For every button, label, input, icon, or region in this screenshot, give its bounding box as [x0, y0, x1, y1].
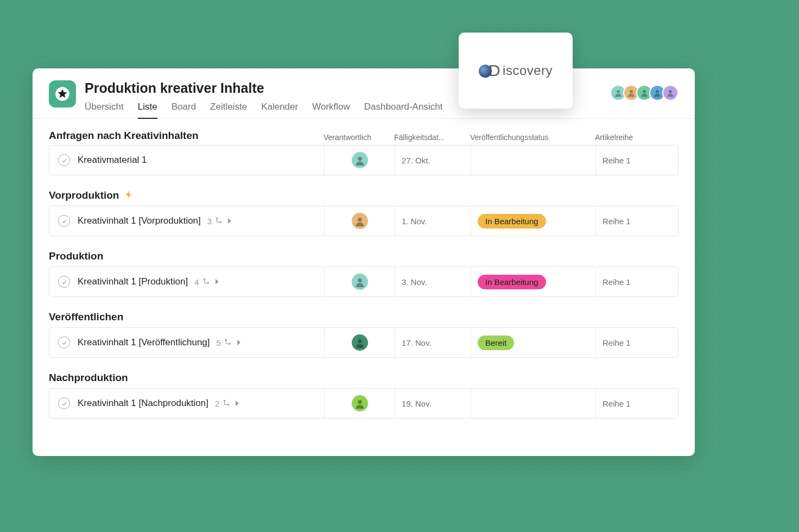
section-title[interactable]: Anfragen nach Kreativinhalten: [49, 130, 199, 142]
task-name[interactable]: Kreativinhalt 1 [Produktion]: [78, 276, 188, 287]
person-icon: [354, 276, 365, 287]
task-cell: Kreativinhalt 1 [Produktion]4: [49, 267, 324, 296]
svg-point-16: [228, 404, 229, 405]
due-cell[interactable]: 1. Nov.: [395, 206, 471, 236]
columns-header: Anfragen nach KreativinhaltenVerantwortl…: [49, 130, 678, 142]
person-icon: [354, 216, 365, 226]
automation-bolt-icon[interactable]: [124, 190, 134, 201]
svg-point-5: [669, 90, 672, 93]
section-block: Anfragen nach KreativinhaltenVerantwortl…: [49, 130, 678, 175]
assignee-avatar[interactable]: [352, 213, 368, 229]
task-cell: Kreativinhalt 1 [Nachproduktion]2: [49, 389, 324, 418]
section-block: NachproduktionKreativinhalt 1 [Nachprodu…: [49, 372, 678, 419]
status-cell[interactable]: Bereit: [471, 328, 595, 357]
checkmark-icon: [61, 218, 67, 224]
assignee-avatar[interactable]: [352, 274, 368, 290]
globe-icon: [479, 65, 492, 78]
assignee-avatar[interactable]: [352, 152, 368, 168]
discovery-logo: Discovery: [479, 61, 553, 80]
assignee-cell[interactable]: [324, 267, 395, 296]
section-header: Produktion: [49, 250, 678, 262]
svg-point-15: [358, 339, 362, 344]
task-row[interactable]: Kreativmaterial 127. Okt.Reihe 1: [49, 145, 678, 175]
project-icon[interactable]: [49, 80, 76, 107]
status-cell[interactable]: [471, 389, 595, 418]
person-icon: [665, 88, 675, 98]
col-status: Veröffentlichungsstatus: [470, 133, 595, 142]
tab-workflow[interactable]: Workflow: [312, 102, 350, 119]
avatar[interactable]: [662, 85, 678, 101]
tab-zeitleiste[interactable]: Zeitleiste: [210, 102, 247, 119]
subtask-meta[interactable]: 4: [194, 277, 218, 287]
section-title[interactable]: Nachproduktion: [49, 372, 128, 384]
expand-icon[interactable]: [237, 340, 240, 345]
task-row[interactable]: Kreativinhalt 1 [Produktion]43. Nov.In B…: [49, 267, 678, 297]
section-title[interactable]: Produktion: [49, 250, 103, 262]
due-cell[interactable]: 27. Okt.: [395, 145, 471, 175]
tab-übersicht[interactable]: Übersicht: [85, 102, 124, 119]
col-series: Artikelreihe: [595, 133, 676, 142]
expand-icon[interactable]: [215, 279, 219, 284]
header: Produktion kreativer Inhalte ÜbersichtLi…: [33, 68, 695, 119]
status-cell[interactable]: In Bearbeitung: [471, 267, 595, 296]
complete-check-icon[interactable]: [58, 337, 70, 349]
assignee-cell[interactable]: [324, 328, 395, 357]
series-cell[interactable]: Reihe 1: [595, 389, 677, 418]
series-cell[interactable]: Reihe 1: [595, 328, 677, 357]
section-block: VeröffentlichenKreativinhalt 1 [Veröffen…: [49, 311, 678, 358]
task-row[interactable]: Kreativinhalt 1 [Nachproduktion]219. Nov…: [49, 388, 678, 419]
subtask-meta[interactable]: 3: [207, 217, 231, 226]
due-cell[interactable]: 19. Nov.: [395, 389, 471, 418]
tab-kalender[interactable]: Kalender: [261, 102, 298, 119]
status-pill[interactable]: Bereit: [478, 335, 514, 350]
due-cell[interactable]: 3. Nov.: [395, 267, 471, 296]
svg-point-1: [617, 90, 620, 93]
tab-dashboard-ansicht[interactable]: Dashboard-Ansicht: [364, 102, 443, 119]
series-cell[interactable]: Reihe 1: [595, 267, 677, 296]
task-name[interactable]: Kreativinhalt 1 [Veröffentlichung]: [78, 337, 210, 348]
due-cell[interactable]: 17. Nov.: [395, 328, 471, 357]
svg-point-12: [358, 278, 362, 283]
task-row[interactable]: Kreativinhalt 1 [Veröffentlichung]517. N…: [49, 327, 678, 358]
complete-check-icon[interactable]: [58, 276, 70, 288]
star-icon: [55, 86, 70, 102]
person-icon: [354, 155, 365, 166]
complete-check-icon[interactable]: [58, 154, 70, 166]
section-title[interactable]: Veröffentlichen: [49, 311, 123, 323]
status-cell[interactable]: [471, 145, 595, 175]
subtask-count: 2: [215, 399, 219, 408]
tabs: ÜbersichtListeBoardZeitleisteKalenderWor…: [85, 102, 678, 119]
expand-icon[interactable]: [228, 218, 231, 224]
brand-name: iscovery: [503, 63, 553, 78]
content: Anfragen nach KreativinhaltenVerantwortl…: [33, 119, 695, 419]
task-name[interactable]: Kreativinhalt 1 [Nachproduktion]: [78, 398, 208, 409]
tab-liste[interactable]: Liste: [138, 102, 157, 119]
person-icon: [626, 88, 636, 98]
task-name[interactable]: Kreativinhalt 1 [Vorproduktion]: [78, 216, 201, 226]
section-title[interactable]: Vorproduktion: [49, 189, 119, 201]
assignee-avatar[interactable]: [352, 334, 368, 351]
status-pill[interactable]: In Bearbeitung: [478, 214, 546, 229]
person-icon: [354, 337, 365, 348]
assignee-avatar[interactable]: [352, 395, 368, 411]
assignee-cell[interactable]: [324, 145, 395, 175]
series-cell[interactable]: Reihe 1: [595, 206, 677, 236]
assignee-cell[interactable]: [324, 206, 395, 236]
series-cell[interactable]: Reihe 1: [595, 145, 677, 175]
expand-icon[interactable]: [236, 401, 239, 406]
subtask-meta[interactable]: 5: [217, 338, 240, 347]
subtask-icon: [224, 339, 232, 346]
assignee-cell[interactable]: [324, 389, 395, 418]
complete-check-icon[interactable]: [58, 397, 70, 409]
person-icon: [639, 88, 649, 98]
status-pill[interactable]: In Bearbeitung: [478, 275, 546, 289]
bolt-icon: [124, 190, 134, 199]
task-name[interactable]: Kreativmaterial 1: [78, 155, 147, 166]
complete-check-icon[interactable]: [58, 215, 70, 227]
tab-board[interactable]: Board: [172, 102, 196, 119]
col-assignee: Verantwortlich: [324, 133, 394, 142]
header-avatars[interactable]: [613, 85, 678, 101]
task-row[interactable]: Kreativinhalt 1 [Vorproduktion]31. Nov.I…: [49, 206, 678, 236]
subtask-meta[interactable]: 2: [215, 399, 239, 408]
status-cell[interactable]: In Bearbeitung: [471, 206, 595, 236]
